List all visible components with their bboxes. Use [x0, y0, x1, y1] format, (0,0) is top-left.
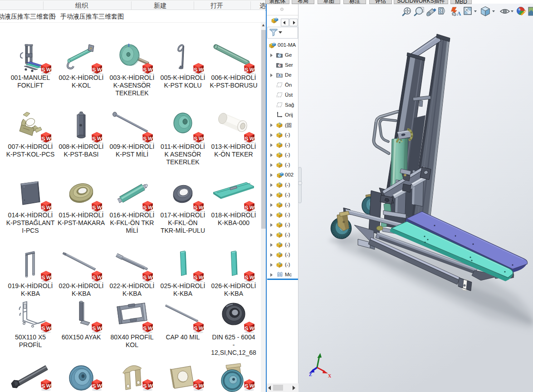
svg-text:A: A	[278, 74, 281, 78]
svg-text:Z: Z	[309, 372, 312, 377]
svg-text:X: X	[328, 373, 332, 378]
svg-text:A: A	[457, 10, 461, 17]
